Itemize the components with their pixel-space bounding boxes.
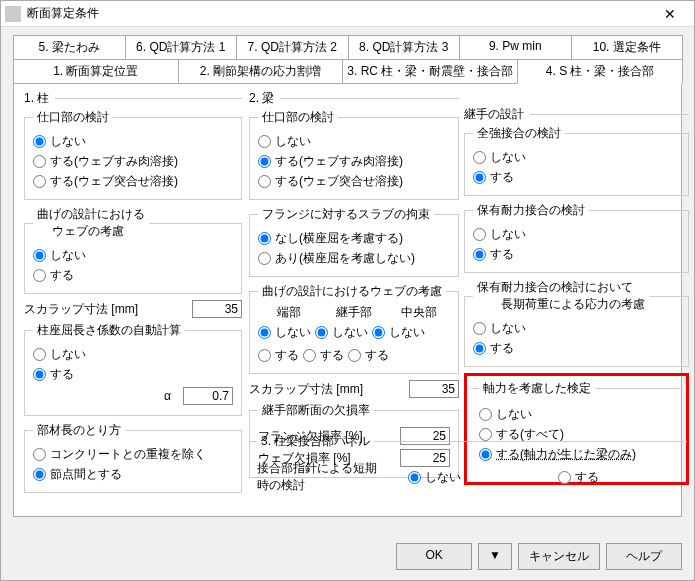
- full-title: 全強接合の検討: [473, 125, 565, 142]
- col1-buckle-o1[interactable]: しない: [33, 346, 233, 363]
- cancel-button[interactable]: キャンセル: [518, 543, 600, 570]
- axial-title: 軸力を考慮した検定: [479, 380, 595, 397]
- col1-member-o1[interactable]: コンクリートとの重複を除く: [33, 446, 233, 463]
- hoyu-title: 保有耐力接合の検討: [473, 202, 589, 219]
- col1-member-title: 部材長のとり方: [33, 422, 125, 439]
- col2-title: 2. 梁: [249, 90, 274, 107]
- col2-scallop-label: スカラップ寸法 [mm]: [249, 381, 409, 398]
- joint-title: 継手の設計: [464, 106, 524, 123]
- hoyu-o1[interactable]: しない: [473, 226, 680, 243]
- col1-mage-o2[interactable]: する: [33, 267, 233, 284]
- col1-scallop-input[interactable]: [192, 300, 242, 318]
- col1-member-o2[interactable]: 節点間とする: [33, 466, 233, 483]
- long-term: 保有耐力接合の検討において 長期荷重による応力の考慮 しない する: [464, 279, 689, 367]
- help-button[interactable]: ヘルプ: [606, 543, 682, 570]
- titlebar: 断面算定条件 ✕: [1, 1, 694, 27]
- col1-mage-title: 曲げの設計における ウェブの考慮: [33, 206, 149, 240]
- mage-c2[interactable]: する: [348, 347, 389, 364]
- long-o1[interactable]: しない: [473, 320, 680, 337]
- panel3-o2[interactable]: する: [558, 469, 679, 486]
- col1-title: 1. 柱: [24, 90, 49, 107]
- mage-h3: 中央部: [389, 304, 450, 321]
- tab-9[interactable]: 9. Pw min: [459, 35, 572, 59]
- mage-j2[interactable]: する: [303, 347, 344, 364]
- col2-flange-o2[interactable]: あり(横座屈を考慮しない): [258, 250, 450, 267]
- col1-buckle: 柱座屈長さ係数の自動計算 しない する α: [24, 322, 242, 416]
- ok-button[interactable]: OK: [396, 543, 472, 570]
- col1-mage: 曲げの設計における ウェブの考慮 しない する: [24, 206, 242, 294]
- col2-shiguchi-o1[interactable]: しない: [258, 133, 450, 150]
- tab-strip: 5. 梁たわみ 6. QD計算方法 1 7. QD計算方法 2 8. QD計算方…: [13, 35, 682, 84]
- app-icon: [5, 6, 21, 22]
- tab-6[interactable]: 6. QD計算方法 1: [125, 35, 238, 59]
- col1-shiguchi-o1[interactable]: しない: [33, 133, 233, 150]
- mage-j1[interactable]: しない: [315, 324, 368, 341]
- full-strength: 全強接合の検討 しない する: [464, 125, 689, 196]
- long-title: 保有耐力接合の検討において 長期荷重による応力の考慮: [473, 279, 649, 313]
- panel3-label: 接合部指針による短期時の検討: [257, 460, 378, 494]
- col1-mage-o1[interactable]: しない: [33, 247, 233, 264]
- panel3-title: 3. 柱梁接合部パネル: [257, 433, 374, 450]
- col2-loss-title: 継手部断面の欠損率: [258, 402, 374, 419]
- col2-flange-title: フランジに対するスラブの拘束: [258, 206, 434, 223]
- tab-4[interactable]: 4. S 柱・梁・接合部: [517, 59, 683, 84]
- alpha-label: α: [164, 389, 171, 403]
- window-title: 断面算定条件: [27, 5, 650, 22]
- col1-buckle-title: 柱座屈長さ係数の自動計算: [33, 322, 185, 339]
- close-icon[interactable]: ✕: [650, 6, 690, 22]
- tab-1[interactable]: 1. 断面算定位置: [13, 59, 179, 84]
- tab-7[interactable]: 7. QD計算方法 2: [236, 35, 349, 59]
- col2-flange-o1[interactable]: なし(横座屈を考慮する): [258, 230, 450, 247]
- tab-5[interactable]: 5. 梁たわみ: [13, 35, 126, 59]
- mage-h1: 端部: [258, 304, 319, 321]
- alpha-input[interactable]: [183, 387, 233, 405]
- panel3-o1[interactable]: しない: [408, 469, 529, 486]
- col2-flange: フランジに対するスラブの拘束 なし(横座屈を考慮する) あり(横座屈を考慮しない…: [249, 206, 459, 277]
- tab-8[interactable]: 8. QD計算方法 3: [348, 35, 461, 59]
- axial-o1[interactable]: しない: [479, 406, 674, 423]
- full-o1[interactable]: しない: [473, 149, 680, 166]
- col2-mage: 曲げの設計におけるウェブの考慮 端部 継手部 中央部 しない しない しない す…: [249, 283, 459, 374]
- long-o2[interactable]: する: [473, 340, 680, 357]
- dropdown-button[interactable]: ▼: [478, 543, 512, 570]
- col1-member: 部材長のとり方 コンクリートとの重複を除く 節点間とする: [24, 422, 242, 493]
- mage-h2: 継手部: [323, 304, 384, 321]
- tab-2[interactable]: 2. 剛節架構の応力割増: [178, 59, 344, 84]
- col1-shiguchi-title: 仕口部の検討: [33, 109, 113, 126]
- tab-3[interactable]: 3. RC 柱・梁・耐震壁・接合部: [342, 59, 518, 84]
- col2-shiguchi-o3[interactable]: する(ウェブ突合せ溶接): [258, 173, 450, 190]
- tab-10[interactable]: 10. 選定条件: [571, 35, 684, 59]
- col1-shiguchi-o3[interactable]: する(ウェブ突合せ溶接): [33, 173, 233, 190]
- hoyu: 保有耐力接合の検討 しない する: [464, 202, 689, 273]
- hoyu-o2[interactable]: する: [473, 246, 680, 263]
- col2-mage-title: 曲げの設計におけるウェブの考慮: [258, 283, 446, 300]
- mage-e1[interactable]: しない: [258, 324, 311, 341]
- col1-shiguchi-o2[interactable]: する(ウェブすみ肉溶接): [33, 153, 233, 170]
- full-o2[interactable]: する: [473, 169, 680, 186]
- col1-shiguchi: 仕口部の検討 しない する(ウェブすみ肉溶接) する(ウェブ突合せ溶接): [24, 109, 242, 200]
- col2-scallop-input[interactable]: [409, 380, 459, 398]
- col2-shiguchi-o2[interactable]: する(ウェブすみ肉溶接): [258, 153, 450, 170]
- panel3: 3. 柱梁接合部パネル 接合部指針による短期時の検討 しない する: [249, 433, 687, 504]
- col1-buckle-o2[interactable]: する: [33, 366, 233, 383]
- mage-c1[interactable]: しない: [372, 324, 425, 341]
- col2-shiguchi-title: 仕口部の検討: [258, 109, 338, 126]
- col2-shiguchi: 仕口部の検討 しない する(ウェブすみ肉溶接) する(ウェブ突合せ溶接): [249, 109, 459, 200]
- mage-e2[interactable]: する: [258, 347, 299, 364]
- col1-scallop-label: スカラップ寸法 [mm]: [24, 301, 192, 318]
